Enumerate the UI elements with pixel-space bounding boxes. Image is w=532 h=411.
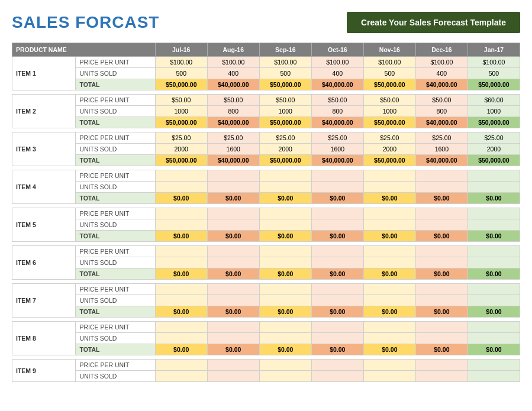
item-8-price-Jan-17 — [467, 322, 520, 333]
item-2-total-label: TOTAL — [76, 117, 155, 128]
item-1-units-Aug-16: 400 — [207, 68, 259, 79]
item-2-units-Aug-16: 800 — [207, 106, 259, 117]
item-3-units-Nov-16: 2000 — [363, 144, 415, 155]
item-6-price-Aug-16 — [207, 246, 259, 257]
item-1-total-Oct-16: $40,000.00 — [311, 79, 363, 90]
item-9-price-Aug-16 — [207, 360, 259, 371]
item-9-units-row: UNITS SOLD — [12, 371, 520, 382]
item-3-units-Jul-16: 2000 — [155, 144, 207, 155]
item-6-total-Sep-16: $0.00 — [259, 268, 311, 280]
item-6-name: ITEM 6 — [12, 246, 76, 280]
item-5-total-Sep-16: $0.00 — [259, 231, 311, 242]
item-4-name: ITEM 4 — [12, 170, 76, 204]
item-8-total-row: TOTAL$0.00$0.00$0.00$0.00$0.00$0.00$0.00 — [12, 344, 520, 355]
item-7-total-Oct-16: $0.00 — [311, 306, 363, 318]
separator-row — [12, 90, 520, 95]
item-4-units-Sep-16 — [259, 182, 311, 193]
item-2-name: ITEM 2 — [12, 95, 76, 128]
item-7-units-Aug-16 — [207, 295, 259, 306]
item-6-total-Oct-16: $0.00 — [311, 268, 363, 280]
item-2-price-Aug-16: $50.00 — [207, 95, 259, 106]
item-4-units-Oct-16 — [311, 182, 363, 193]
item-4-units-Nov-16 — [363, 182, 415, 193]
item-8-total-Jan-17: $0.00 — [467, 344, 520, 355]
item-5-price-Jul-16 — [155, 208, 207, 219]
item-8-price-Dec-16 — [415, 322, 467, 333]
item-7-price-Oct-16 — [311, 284, 363, 295]
item-6-price-Sep-16 — [259, 246, 311, 257]
item-8-units-Jan-17 — [467, 333, 520, 344]
item-8-price-Sep-16 — [259, 322, 311, 333]
item-2-price-row: ITEM 2PRICE PER UNIT$50.00$50.00$50.00$5… — [12, 95, 520, 106]
item-9-price-Jan-17 — [467, 360, 520, 371]
item-4-total-Nov-16: $0.00 — [363, 193, 415, 204]
item-4-total-Jul-16: $0.00 — [155, 193, 207, 204]
item-2-units-label: UNITS SOLD — [76, 106, 155, 117]
item-4-units-Jul-16 — [155, 182, 207, 193]
item-7-price-Jul-16 — [155, 284, 207, 295]
item-3-total-label: TOTAL — [76, 155, 155, 166]
item-5-units-Oct-16 — [311, 219, 363, 231]
item-5-total-Oct-16: $0.00 — [311, 231, 363, 242]
item-6-total-row: TOTAL$0.00$0.00$0.00$0.00$0.00$0.00$0.00 — [12, 268, 520, 280]
item-6-units-row: UNITS SOLD — [12, 257, 520, 268]
item-8-units-label: UNITS SOLD — [76, 333, 155, 344]
item-3-units-Aug-16: 1600 — [207, 144, 259, 155]
item-9-units-label: UNITS SOLD — [76, 371, 155, 382]
item-3-price-label: PRICE PER UNIT — [76, 132, 155, 144]
item-5-total-row: TOTAL$0.00$0.00$0.00$0.00$0.00$0.00$0.00 — [12, 231, 520, 242]
page-header: SALES FORCAST Create Your Sales Forecast… — [12, 12, 520, 33]
item-2-price-Dec-16: $50.00 — [415, 95, 467, 106]
item-1-name: ITEM 1 — [12, 57, 76, 90]
item-1-price-label: PRICE PER UNIT — [76, 57, 155, 68]
item-6-total-Nov-16: $0.00 — [363, 268, 415, 280]
item-6-price-Jul-16 — [155, 246, 207, 257]
item-2-units-Sep-16: 1000 — [259, 106, 311, 117]
item-6-units-Jan-17 — [467, 257, 520, 268]
item-6-price-Nov-16 — [363, 246, 415, 257]
item-5-price-Aug-16 — [207, 208, 259, 219]
item-1-total-row: TOTAL$50,000.00$40,000.00$50,000.00$40,0… — [12, 79, 520, 90]
item-7-total-Dec-16: $0.00 — [415, 306, 467, 318]
item-8-units-Aug-16 — [207, 333, 259, 344]
item-8-units-Jul-16 — [155, 333, 207, 344]
item-5-total-Nov-16: $0.00 — [363, 231, 415, 242]
item-3-price-row: ITEM 3PRICE PER UNIT$25.00$25.00$25.00$2… — [12, 132, 520, 144]
item-1-total-Sep-16: $50,000.00 — [259, 79, 311, 90]
item-1-price-Jan-17: $100.00 — [467, 57, 520, 68]
item-5-total-label: TOTAL — [76, 231, 155, 242]
item-9-price-row: ITEM 9PRICE PER UNIT — [12, 360, 520, 371]
item-5-price-label: PRICE PER UNIT — [76, 208, 155, 219]
col-header-jan: Jan-17 — [467, 43, 520, 57]
separator-row — [12, 204, 520, 208]
item-2-units-Nov-16: 1000 — [363, 106, 415, 117]
item-9-price-label: PRICE PER UNIT — [76, 360, 155, 371]
item-8-price-Jul-16 — [155, 322, 207, 333]
item-2-price-Nov-16: $50.00 — [363, 95, 415, 106]
item-2-total-Dec-16: $40,000.00 — [415, 117, 467, 128]
item-3-total-row: TOTAL$50,000.00$40,000.00$50,000.00$40,0… — [12, 155, 520, 166]
item-5-price-Oct-16 — [311, 208, 363, 219]
item-3-total-Jan-17: $50,000.00 — [467, 155, 520, 166]
item-6-units-Dec-16 — [415, 257, 467, 268]
item-1-units-Oct-16: 400 — [311, 68, 363, 79]
item-5-units-row: UNITS SOLD — [12, 219, 520, 231]
item-1-units-Nov-16: 500 — [363, 68, 415, 79]
item-4-price-Nov-16 — [363, 170, 415, 182]
item-1-units-Jul-16: 500 — [155, 68, 207, 79]
item-8-price-Oct-16 — [311, 322, 363, 333]
item-1-total-Aug-16: $40,000.00 — [207, 79, 259, 90]
item-1-total-label: TOTAL — [76, 79, 155, 90]
item-2-total-Jul-16: $50,000.00 — [155, 117, 207, 128]
item-4-total-row: TOTAL$0.00$0.00$0.00$0.00$0.00$0.00$0.00 — [12, 193, 520, 204]
item-7-name: ITEM 7 — [12, 284, 76, 318]
item-9-units-Nov-16 — [363, 371, 415, 382]
item-4-units-Aug-16 — [207, 182, 259, 193]
item-5-name: ITEM 5 — [12, 208, 76, 242]
item-6-total-Jul-16: $0.00 — [155, 268, 207, 280]
item-8-total-Aug-16: $0.00 — [207, 344, 259, 355]
item-4-price-Dec-16 — [415, 170, 467, 182]
item-4-price-Sep-16 — [259, 170, 311, 182]
item-7-price-Nov-16 — [363, 284, 415, 295]
item-1-units-Sep-16: 500 — [259, 68, 311, 79]
